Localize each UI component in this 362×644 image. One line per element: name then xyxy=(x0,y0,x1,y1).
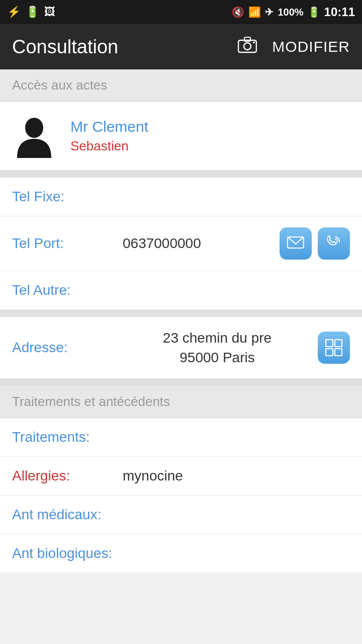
app-bar-actions: MODIFIER xyxy=(238,36,350,57)
tel-autre-row: Tel Autre: xyxy=(0,271,362,310)
ant-biologique-row: Ant biologiques: xyxy=(0,534,362,573)
status-right-icons: 🔇 📶 ✈ 100% 🔋 10:11 xyxy=(232,5,355,19)
status-bar: ⚡ 🔋 🖼 🔇 📶 ✈ 100% 🔋 10:11 xyxy=(0,0,362,24)
tel-port-row: Tel Port: 0637000000 xyxy=(0,216,362,271)
adresse-label: Adresse: xyxy=(12,340,123,356)
tel-fixe-label: Tel Fixe: xyxy=(12,189,123,205)
allergies-label: Allergies: xyxy=(12,468,123,484)
status-left-icons: ⚡ 🔋 🖼 xyxy=(7,6,55,19)
airplane-icon: ✈ xyxy=(265,6,274,18)
modifier-button[interactable]: MODIFIER xyxy=(272,38,350,55)
svg-rect-8 xyxy=(326,349,333,356)
call-button[interactable] xyxy=(318,227,350,260)
adresse-actions xyxy=(318,332,350,364)
divider-3 xyxy=(0,379,362,386)
battery-indicator-icon: 🔋 xyxy=(26,6,39,19)
battery-icon: 🔋 xyxy=(308,6,320,18)
tel-port-actions xyxy=(280,227,350,260)
adresse-value: 23 chemin du pre 95000 Paris xyxy=(123,328,312,367)
app-title: Consultation xyxy=(12,36,118,58)
svg-rect-9 xyxy=(335,349,342,356)
svg-point-4 xyxy=(25,118,43,138)
photo-icon: 🖼 xyxy=(44,6,55,19)
avatar xyxy=(12,114,56,158)
mute-icon: 🔇 xyxy=(232,6,244,18)
ant-medicaux-label: Ant médicaux: xyxy=(12,507,123,523)
allergies-row: Allergies: mynocine xyxy=(0,457,362,496)
patient-name: Mr Clement xyxy=(70,118,148,135)
sms-button[interactable] xyxy=(280,227,312,260)
tel-port-label: Tel Port: xyxy=(12,235,123,252)
svg-rect-3 xyxy=(253,42,255,43)
divider-2 xyxy=(0,310,362,317)
app-bar: Consultation MODIFIER xyxy=(0,24,362,69)
tel-autre-label: Tel Autre: xyxy=(12,282,123,298)
usb-icon: ⚡ xyxy=(7,6,21,19)
battery-percent: 100% xyxy=(278,7,303,18)
svg-point-1 xyxy=(244,43,251,50)
traitements-section-header: Traitements et antécédents xyxy=(0,386,362,418)
map-button[interactable] xyxy=(318,332,350,364)
ant-medicaux-row: Ant médicaux: xyxy=(0,496,362,534)
wifi-icon: 📶 xyxy=(248,6,261,18)
acces-actes-section-header: Accès aux actes xyxy=(0,69,362,102)
patient-info: Mr Clement Sebastien xyxy=(70,118,148,154)
camera-icon[interactable] xyxy=(238,36,257,57)
svg-rect-6 xyxy=(326,340,333,347)
clock: 10:11 xyxy=(324,5,355,19)
svg-rect-7 xyxy=(335,340,342,347)
ant-biologique-label: Ant biologiques: xyxy=(12,545,123,561)
traitements-label: Traitements: xyxy=(12,429,123,445)
patient-firstname: Sebastien xyxy=(70,138,148,154)
adresse-row: Adresse: 23 chemin du pre 95000 Paris xyxy=(0,317,362,379)
tel-fixe-row: Tel Fixe: xyxy=(0,178,362,216)
traitements-row: Traitements: xyxy=(0,418,362,457)
tel-port-value: 0637000000 xyxy=(123,235,274,252)
patient-card: Mr Clement Sebastien xyxy=(0,102,362,171)
allergies-value: mynocine xyxy=(123,468,350,484)
divider-1 xyxy=(0,171,362,178)
